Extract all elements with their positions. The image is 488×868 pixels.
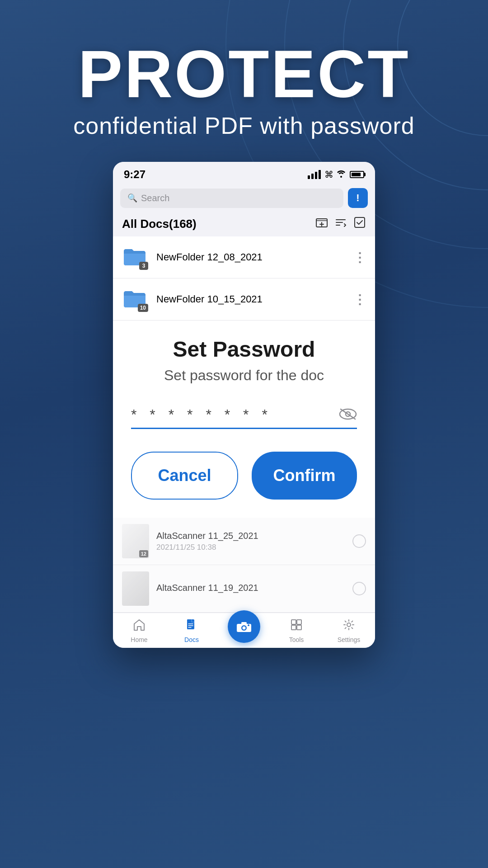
doc-item: AltaScanner 11_19_2021 [113, 565, 375, 613]
doc-date: 2021/11/25 10:38 [156, 543, 345, 552]
doc-select-circle[interactable] [352, 582, 366, 595]
docs-count-label: All Docs(168) [122, 217, 197, 231]
eye-slash-icon [339, 407, 357, 421]
phone-mockup: 9:27 ⌘ [113, 162, 375, 648]
doc-name: AltaScanner 11_19_2021 [156, 583, 345, 593]
status-bar: 9:27 ⌘ [113, 162, 375, 184]
battery-icon [350, 171, 364, 178]
signal-icon [308, 170, 321, 179]
search-bar[interactable]: 🔍 Search [120, 189, 343, 208]
toggle-visibility-button[interactable] [339, 407, 357, 422]
select-icon[interactable] [353, 216, 366, 232]
confirm-button[interactable]: Confirm [252, 452, 357, 500]
status-icons: ⌘ [308, 169, 364, 180]
nav-item-home[interactable]: Home [113, 617, 165, 645]
svg-rect-17 [241, 622, 247, 624]
nav-label-settings: Settings [338, 636, 361, 643]
nav-item-camera[interactable] [218, 618, 270, 645]
nav-item-docs[interactable]: Docs [165, 617, 218, 645]
folder-badge: 10 [138, 304, 148, 312]
nav-label-tools: Tools [289, 636, 304, 643]
doc-badge: 12 [139, 550, 148, 557]
tools-icon [290, 618, 303, 634]
docs-actions [315, 216, 366, 232]
dialog-subtitle: Set password for the doc [131, 367, 357, 384]
svg-rect-21 [291, 625, 296, 630]
wifi-icon: ⌘ [324, 169, 346, 180]
folder-name: NewFolder 12_08_2021 [156, 251, 346, 263]
folder-badge: 3 [139, 262, 148, 270]
nav-item-settings[interactable]: Settings [323, 617, 375, 645]
dialog-title: Set Password [131, 337, 357, 362]
svg-rect-19 [291, 620, 296, 624]
status-time: 9:27 [124, 168, 145, 181]
nav-label-home: Home [131, 636, 147, 643]
bottom-nav: Home [113, 613, 375, 648]
folder-name: NewFolder 10_15_2021 [156, 293, 346, 305]
cancel-button[interactable]: Cancel [131, 452, 238, 500]
doc-thumbnail: 12 [122, 524, 149, 558]
home-icon [133, 618, 145, 634]
search-area: 🔍 Search ! [113, 184, 375, 212]
doc-item: 12 AltaScanner 11_25_2021 2021/11/25 10:… [113, 518, 375, 565]
notification-button[interactable]: ! [348, 188, 368, 208]
doc-info: AltaScanner 11_19_2021 [156, 583, 345, 595]
sort-icon[interactable] [334, 216, 347, 232]
main-subtitle: confidential PDF with password [0, 112, 488, 139]
camera-icon [236, 620, 252, 633]
folder-item[interactable]: 10 NewFolder 10_15_2021 ⋮ [113, 278, 375, 321]
dialog-buttons: Cancel Confirm [131, 452, 357, 500]
header-section: PROTECT confidential PDF with password [0, 0, 488, 162]
modal-section: Set Password Set password for the doc * … [113, 321, 375, 648]
svg-rect-5 [355, 217, 365, 227]
password-field-wrap: * * * * * * * * [131, 406, 357, 429]
svg-rect-20 [297, 620, 301, 624]
nav-item-tools[interactable]: Tools [270, 617, 323, 645]
folder-more-icon[interactable]: ⋮ [353, 250, 366, 265]
camera-button[interactable] [228, 610, 260, 643]
svg-point-23 [347, 623, 351, 627]
folder-icon: 10 [122, 286, 149, 313]
doc-info: AltaScanner 11_25_2021 2021/11/25 10:38 [156, 531, 345, 552]
folder-item[interactable]: 3 NewFolder 12_08_2021 ⋮ [113, 236, 375, 278]
notification-icon: ! [356, 192, 359, 204]
password-dots: * * * * * * * * [131, 406, 339, 423]
svg-rect-22 [297, 625, 301, 630]
doc-select-circle[interactable] [352, 534, 366, 548]
docs-icon [185, 618, 198, 634]
search-placeholder: Search [141, 193, 169, 203]
nav-label-docs: Docs [184, 636, 199, 643]
docs-below-dialog: 12 AltaScanner 11_25_2021 2021/11/25 10:… [113, 518, 375, 613]
folder-icon: 3 [122, 244, 149, 271]
svg-point-18 [248, 624, 249, 626]
add-folder-icon[interactable] [315, 216, 328, 232]
doc-name: AltaScanner 11_25_2021 [156, 531, 345, 541]
folder-more-icon[interactable]: ⋮ [353, 292, 366, 307]
doc-thumbnail [122, 571, 149, 606]
docs-header: All Docs(168) [113, 212, 375, 236]
main-title: PROTECT [0, 41, 488, 108]
svg-point-16 [243, 626, 246, 629]
set-password-dialog: Set Password Set password for the doc * … [113, 321, 375, 518]
settings-icon [343, 618, 355, 634]
search-icon: 🔍 [127, 193, 137, 203]
